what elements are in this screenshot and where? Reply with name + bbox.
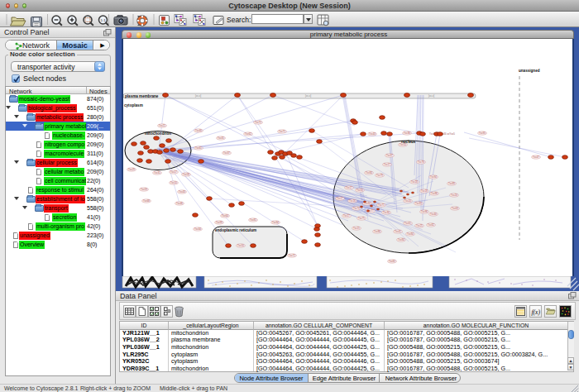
svg-text:Yxx18: Yxx18 — [421, 189, 428, 193]
svg-text:Yxx68: Yxx68 — [143, 199, 150, 203]
svg-text:Yxx50: Yxx50 — [356, 189, 363, 192]
svg-text:Yxx75: Yxx75 — [358, 217, 365, 220]
svg-text:Yxx16: Yxx16 — [349, 199, 356, 203]
svg-text:Yxx21: Yxx21 — [159, 124, 165, 127]
svg-text:mitochondrion: mitochondrion — [145, 131, 171, 136]
svg-text:Yxx37: Yxx37 — [386, 154, 393, 157]
svg-text:Yxx10: Yxx10 — [170, 181, 177, 184]
svg-text:cytoplasm: cytoplasm — [124, 103, 143, 108]
svg-text:Yxx43: Yxx43 — [369, 132, 376, 136]
svg-text:Yxx33: Yxx33 — [415, 202, 422, 205]
svg-text:Yxx84: Yxx84 — [407, 232, 414, 236]
svg-text:Yxx63: Yxx63 — [452, 207, 458, 210]
svg-text:endoplasmic reticulum: endoplasmic reticulum — [215, 228, 256, 232]
svg-text:Yxx50: Yxx50 — [400, 143, 406, 146]
svg-text:Yxx96: Yxx96 — [421, 210, 428, 213]
svg-text:Yxx29: Yxx29 — [128, 168, 135, 171]
svg-text:Yxx43: Yxx43 — [179, 190, 185, 194]
svg-text:Yxx82: Yxx82 — [389, 260, 395, 263]
svg-text:Yxx31: Yxx31 — [154, 171, 160, 174]
svg-text:Yxx50: Yxx50 — [237, 244, 244, 247]
svg-text:Yxx84: Yxx84 — [366, 171, 372, 174]
svg-text:Yxx58: Yxx58 — [183, 173, 189, 176]
svg-text:Yxx17: Yxx17 — [337, 197, 343, 200]
svg-text:Yxx72: Yxx72 — [255, 121, 261, 124]
svg-text:Yxx40: Yxx40 — [195, 129, 202, 132]
svg-text:Yxx79: Yxx79 — [376, 174, 383, 177]
svg-text:Yxx36: Yxx36 — [404, 131, 410, 135]
svg-text:Yxx46: Yxx46 — [176, 202, 183, 205]
svg-text:Yxx76: Yxx76 — [418, 160, 424, 164]
svg-text:Yxx17: Yxx17 — [343, 214, 350, 218]
svg-text:Yxx84: Yxx84 — [398, 238, 404, 241]
svg-text:Yxx18: Yxx18 — [411, 180, 418, 184]
svg-text:Yxx74: Yxx74 — [353, 207, 360, 210]
svg-text:Yxx59: Yxx59 — [141, 188, 147, 191]
svg-text:Yxx86: Yxx86 — [431, 192, 438, 195]
svg-text:Yxx31: Yxx31 — [218, 136, 224, 140]
svg-text:Yxx62: Yxx62 — [245, 132, 251, 136]
svg-text:Yxx20: Yxx20 — [404, 199, 411, 203]
svg-text:Yxx15: Yxx15 — [353, 227, 360, 230]
svg-text:Yxx61: Yxx61 — [195, 146, 202, 150]
svg-text:Yxx71: Yxx71 — [279, 130, 285, 133]
svg-text:[xx-x]: [xx-x] — [428, 94, 434, 98]
svg-text:Yxx94: Yxx94 — [272, 221, 279, 224]
svg-text:[xx-x]: [xx-x] — [305, 94, 311, 98]
svg-text:plasma membrane: plasma membrane — [125, 94, 159, 98]
svg-text:Yxx81: Yxx81 — [250, 218, 256, 222]
svg-text:Yxx17: Yxx17 — [346, 186, 352, 189]
svg-text:Yxx40: Yxx40 — [430, 213, 437, 216]
svg-text:Yxx82: Yxx82 — [428, 223, 434, 227]
svg-text:Yxx30: Yxx30 — [383, 211, 390, 214]
svg-text:Yxx64: Yxx64 — [222, 214, 228, 218]
svg-text:unassigned: unassigned — [519, 69, 540, 73]
svg-text:Yxx34: Yxx34 — [194, 227, 201, 231]
svg-text:Yxx61: Yxx61 — [404, 222, 411, 225]
svg-text:Yxx94: Yxx94 — [430, 175, 437, 179]
svg-text:Yxx41: Yxx41 — [395, 230, 401, 233]
svg-text:Yxx71: Yxx71 — [378, 203, 385, 207]
svg-text:Yxx95: Yxx95 — [479, 131, 486, 135]
svg-text:Yxx86: Yxx86 — [374, 230, 380, 233]
svg-text:[xx-x]: [xx-x] — [195, 94, 201, 98]
svg-text:Yxx17: Yxx17 — [384, 163, 390, 166]
svg-text:Yxx89: Yxx89 — [448, 182, 455, 185]
svg-text:Yxx72: Yxx72 — [289, 254, 295, 257]
svg-text:Yxx47: Yxx47 — [533, 155, 539, 159]
svg-text:Yxx17: Yxx17 — [170, 170, 177, 174]
svg-text:f(x): f(x) — [532, 308, 541, 316]
svg-text:Yxx37: Yxx37 — [223, 151, 230, 155]
svg-text:Yxx20: Yxx20 — [451, 194, 457, 197]
svg-text:Yxx99: Yxx99 — [216, 221, 223, 224]
svg-text:Yxx25: Yxx25 — [416, 224, 423, 227]
svg-text:1:1: 1:1 — [101, 18, 107, 22]
